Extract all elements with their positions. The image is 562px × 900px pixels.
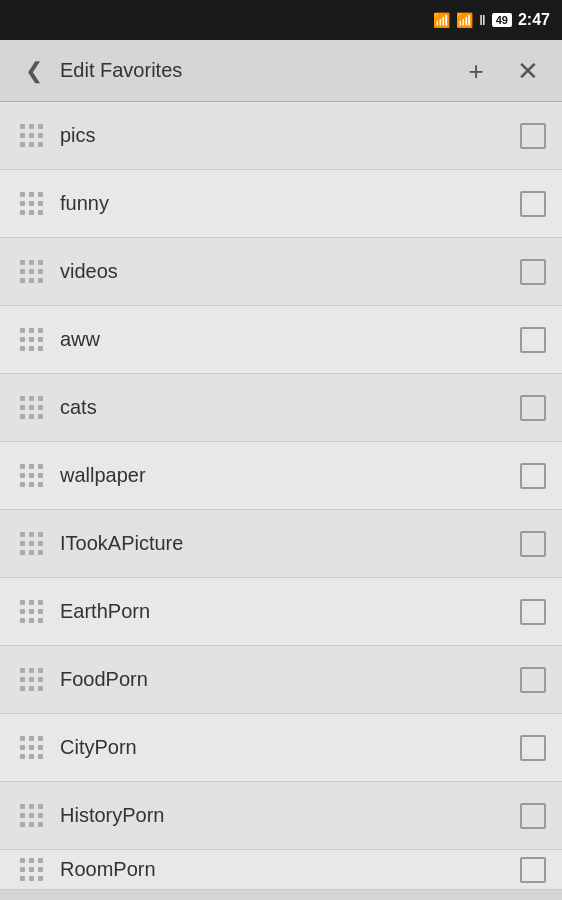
drag-dot: [38, 754, 43, 759]
drag-dot: [29, 124, 34, 129]
drag-dot: [20, 337, 25, 342]
drag-dot: [29, 618, 34, 623]
item-label: RoomPorn: [60, 858, 520, 881]
drag-dot: [20, 858, 25, 863]
drag-handle-icon[interactable]: [16, 664, 48, 696]
drag-dot: [29, 754, 34, 759]
item-checkbox[interactable]: [520, 123, 546, 149]
drag-dot: [38, 804, 43, 809]
list-item[interactable]: cats: [0, 374, 562, 442]
drag-dot: [20, 482, 25, 487]
drag-dot: [38, 405, 43, 410]
list-item[interactable]: HistoryPorn: [0, 782, 562, 850]
drag-dot: [20, 133, 25, 138]
drag-dot: [38, 396, 43, 401]
drag-handle-icon[interactable]: [16, 256, 48, 288]
drag-dot: [20, 210, 25, 215]
drag-handle-icon[interactable]: [16, 596, 48, 628]
drag-dot: [20, 464, 25, 469]
drag-dot: [20, 532, 25, 537]
item-checkbox[interactable]: [520, 803, 546, 829]
drag-dot: [20, 668, 25, 673]
drag-dot: [29, 210, 34, 215]
drag-dot: [38, 609, 43, 614]
close-button[interactable]: ✕: [510, 53, 546, 89]
list-item[interactable]: wallpaper: [0, 442, 562, 510]
list-item[interactable]: EarthPorn: [0, 578, 562, 646]
drag-dot: [20, 804, 25, 809]
drag-handle-icon[interactable]: [16, 324, 48, 356]
drag-dot: [29, 473, 34, 478]
drag-dot: [38, 822, 43, 827]
drag-dot: [29, 396, 34, 401]
drag-handle-icon[interactable]: [16, 528, 48, 560]
drag-handle-icon[interactable]: [16, 188, 48, 220]
drag-dot: [29, 804, 34, 809]
drag-dot: [20, 328, 25, 333]
drag-dot: [29, 201, 34, 206]
item-checkbox[interactable]: [520, 191, 546, 217]
drag-dot: [29, 736, 34, 741]
drag-dot: [29, 550, 34, 555]
add-button[interactable]: +: [458, 53, 494, 89]
back-button[interactable]: ❮: [16, 53, 52, 89]
drag-dot: [29, 260, 34, 265]
drag-dot: [20, 405, 25, 410]
item-checkbox[interactable]: [520, 327, 546, 353]
item-checkbox[interactable]: [520, 259, 546, 285]
drag-dot: [38, 745, 43, 750]
drag-handle-icon[interactable]: [16, 854, 48, 886]
toolbar-actions: + ✕: [458, 53, 546, 89]
list-item[interactable]: videos: [0, 238, 562, 306]
drag-dot: [38, 858, 43, 863]
item-checkbox[interactable]: [520, 599, 546, 625]
item-label: funny: [60, 192, 520, 215]
drag-dot: [29, 133, 34, 138]
item-checkbox[interactable]: [520, 857, 546, 883]
drag-dot: [29, 876, 34, 881]
list-item[interactable]: FoodPorn: [0, 646, 562, 714]
drag-dot: [38, 142, 43, 147]
item-checkbox[interactable]: [520, 395, 546, 421]
drag-dot: [29, 686, 34, 691]
drag-dot: [38, 668, 43, 673]
drag-dot: [38, 541, 43, 546]
list-item[interactable]: ITookAPicture: [0, 510, 562, 578]
drag-dot: [29, 414, 34, 419]
drag-dot: [38, 686, 43, 691]
list-item[interactable]: funny: [0, 170, 562, 238]
item-checkbox[interactable]: [520, 735, 546, 761]
list-item[interactable]: pics: [0, 102, 562, 170]
drag-dot: [20, 600, 25, 605]
drag-dot: [29, 192, 34, 197]
drag-dot: [29, 745, 34, 750]
item-checkbox[interactable]: [520, 667, 546, 693]
drag-dot: [38, 473, 43, 478]
drag-dot: [38, 346, 43, 351]
drag-dot: [29, 482, 34, 487]
item-label: aww: [60, 328, 520, 351]
list-item[interactable]: RoomPorn: [0, 850, 562, 890]
drag-handle-icon[interactable]: [16, 120, 48, 152]
drag-dot: [38, 813, 43, 818]
drag-dot: [20, 736, 25, 741]
drag-dot: [38, 210, 43, 215]
drag-handle-icon[interactable]: [16, 392, 48, 424]
drag-dot: [20, 876, 25, 881]
signal-icon: Ⅱ: [479, 12, 486, 28]
drag-dot: [29, 600, 34, 605]
drag-dot: [29, 269, 34, 274]
drag-dot: [20, 822, 25, 827]
drag-handle-icon[interactable]: [16, 732, 48, 764]
drag-handle-icon[interactable]: [16, 460, 48, 492]
item-checkbox[interactable]: [520, 531, 546, 557]
drag-dot: [29, 677, 34, 682]
drag-dot: [20, 396, 25, 401]
toolbar: ❮ Edit Favorites + ✕: [0, 40, 562, 102]
list-item[interactable]: aww: [0, 306, 562, 374]
drag-dot: [20, 813, 25, 818]
list-item[interactable]: CityPorn: [0, 714, 562, 782]
item-checkbox[interactable]: [520, 463, 546, 489]
drag-handle-icon[interactable]: [16, 800, 48, 832]
item-label: videos: [60, 260, 520, 283]
